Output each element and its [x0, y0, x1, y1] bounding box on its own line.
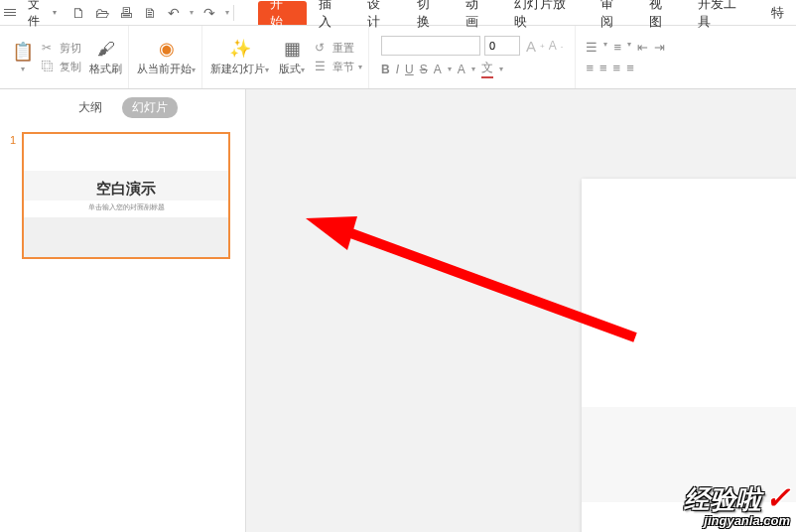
open-file-icon[interactable]: 🗁	[94, 5, 110, 21]
play-group: ◉ 从当前开始▾	[131, 26, 202, 88]
slide[interactable]: 空 单击输	[582, 179, 796, 532]
highlight-button[interactable]: A	[458, 63, 465, 76]
menu-icon[interactable]	[4, 5, 20, 21]
tab-extra[interactable]: 特	[759, 0, 796, 25]
font-combos: A+ A-	[381, 36, 563, 56]
italic-button[interactable]: I	[396, 63, 399, 76]
section-label: 章节	[332, 60, 354, 74]
font-decrease-button[interactable]: A	[549, 39, 557, 53]
redo-more-icon[interactable]: ▾	[225, 8, 229, 17]
watermark-text: 经验啦	[684, 484, 761, 514]
copy-icon: ⿻	[42, 60, 56, 73]
tab-slideshow[interactable]: 幻灯片放映	[502, 0, 589, 25]
clipboard-small: ✂剪切 ⿻复制	[42, 41, 81, 74]
bullet-list-button[interactable]: ☰	[586, 40, 597, 55]
new-slide-button[interactable]: ✨ 新建幻灯片▾	[210, 38, 269, 76]
font-size-input[interactable]	[484, 36, 520, 56]
font-color-button[interactable]: A	[434, 63, 442, 76]
format-painter-button[interactable]: 🖌 格式刷	[89, 38, 122, 76]
font-size-buttons: A+ A-	[526, 36, 563, 56]
clipboard-group: 📋 ▾ ✂剪切 ⿻复制 🖌 格式刷	[6, 26, 129, 88]
indent-decrease-button[interactable]: ⇤	[637, 40, 648, 55]
layout-label: 版式	[279, 63, 301, 74]
panel-tabs: 大纲 幻灯片	[0, 89, 245, 126]
tab-view[interactable]: 视图	[637, 0, 686, 25]
chevron-down-icon: ▾	[53, 8, 57, 17]
watermark-check-icon: ✓	[765, 481, 790, 514]
tab-devtools[interactable]: 开发工具	[686, 0, 759, 25]
thumb-subtitle: 单击输入您的封面副标题	[88, 202, 165, 212]
ribbon-tabs: 开始 插入 设计 切换 动画 幻灯片放映 审阅 视图 开发工具 特	[258, 0, 796, 25]
tab-insert[interactable]: 插入	[307, 0, 355, 25]
align-right-button[interactable]: ≡	[613, 61, 621, 75]
cut-icon: ✂	[42, 41, 56, 55]
font-format-row: B I U S A▾ A▾ 文▾	[381, 60, 563, 78]
font-group: A+ A- B I U S A▾ A▾ 文▾	[371, 26, 573, 88]
slide-opts: ↺重置 ☰章节▾	[315, 41, 362, 74]
paste-more-icon: ▾	[21, 65, 25, 73]
print-icon[interactable]: 🖶	[118, 5, 134, 21]
copy-button[interactable]: ⿻复制	[42, 60, 81, 74]
panel-tab-slides[interactable]: 幻灯片	[122, 97, 178, 118]
tab-start[interactable]: 开始	[258, 1, 307, 25]
align-center-button[interactable]: ≡	[599, 61, 607, 75]
cut-label: 剪切	[60, 41, 81, 56]
layout-icon: ▦	[281, 38, 303, 60]
slide-canvas[interactable]: 空 单击输	[246, 89, 796, 532]
font-increase-button[interactable]: A	[526, 38, 536, 55]
new-slide-icon: ✨	[229, 38, 251, 60]
thumbnail-number: 1	[10, 132, 16, 259]
undo-more-icon[interactable]: ▾	[190, 8, 194, 17]
tab-animation[interactable]: 动画	[454, 0, 502, 25]
panel-tab-outline[interactable]: 大纲	[68, 97, 112, 118]
reset-icon: ↺	[315, 41, 329, 55]
reset-label: 重置	[332, 41, 354, 56]
tab-design[interactable]: 设计	[355, 0, 404, 25]
thumbnail-wrap: 1 空白演示 单击输入您的封面副标题	[0, 126, 245, 265]
thumb-bg2	[24, 217, 228, 257]
ribbon: 📋 ▾ ✂剪切 ⿻复制 🖌 格式刷 ◉ 从当前开始▾ ✨ 新建幻灯片▾ ▦ 版式…	[0, 26, 796, 89]
align-justify-button[interactable]: ≡	[626, 61, 634, 75]
strike-button[interactable]: S	[420, 63, 428, 76]
paste-button[interactable]: 📋 ▾	[12, 41, 34, 73]
new-file-icon[interactable]: 🗋	[70, 5, 86, 21]
quick-access: 🗋 🗁 🖶 🗎 ↶ ▾ ↷ ▾	[70, 5, 229, 21]
section-button[interactable]: ☰章节▾	[315, 60, 362, 74]
watermark: 经验啦✓ jingyanla.com	[684, 480, 790, 528]
underline-button[interactable]: U	[405, 63, 414, 76]
paragraph-group: ☰▾ ≡▾ ⇤ ⇥ ≡ ≡ ≡ ≡	[575, 26, 675, 88]
play-icon: ◉	[156, 38, 178, 60]
undo-icon[interactable]: ↶	[166, 5, 182, 21]
font-name-input[interactable]	[381, 36, 480, 56]
paste-icon: 📋	[12, 41, 34, 63]
brush-icon: 🖌	[95, 38, 117, 60]
new-slide-label: 新建幻灯片	[210, 63, 265, 74]
bold-button[interactable]: B	[381, 63, 390, 76]
section-icon: ☰	[315, 60, 329, 73]
watermark-url: jingyanla.com	[684, 513, 790, 528]
play-label: 从当前开始	[137, 63, 192, 74]
align-left-button[interactable]: ≡	[586, 61, 594, 75]
indent-increase-button[interactable]: ⇥	[654, 40, 665, 55]
list-buttons: ☰▾ ≡▾ ⇤ ⇥ ≡ ≡ ≡ ≡	[582, 36, 669, 79]
copy-label: 复制	[60, 60, 81, 74]
redo-icon[interactable]: ↷	[201, 5, 217, 21]
title-bar: 文件 ▾ 🗋 🗁 🖶 🗎 ↶ ▾ ↷ ▾ 开始 插入 设计 切换 动画 幻灯片放…	[0, 0, 796, 26]
font-box: A+ A- B I U S A▾ A▾ 文▾	[377, 32, 567, 82]
side-panel: 大纲 幻灯片 1 空白演示 单击输入您的封面副标题	[0, 89, 246, 532]
separator	[233, 5, 234, 21]
format-painter-label: 格式刷	[89, 62, 122, 76]
wen-button[interactable]: 文	[481, 60, 493, 78]
print-preview-icon[interactable]: 🗎	[142, 5, 158, 21]
play-from-current-button[interactable]: ◉ 从当前开始▾	[137, 38, 196, 76]
tab-transition[interactable]: 切换	[405, 0, 454, 25]
slide-thumbnail[interactable]: 空白演示 单击输入您的封面副标题	[22, 132, 230, 259]
layout-button[interactable]: ▦ 版式▾	[279, 38, 305, 76]
reset-button[interactable]: ↺重置	[315, 41, 362, 56]
cut-button[interactable]: ✂剪切	[42, 41, 81, 56]
body-area: 大纲 幻灯片 1 空白演示 单击输入您的封面副标题 空 单击输	[0, 89, 796, 532]
slides-group: ✨ 新建幻灯片▾ ▦ 版式▾ ↺重置 ☰章节▾	[204, 26, 369, 88]
thumb-title: 空白演示	[96, 180, 156, 199]
number-list-button[interactable]: ≡	[613, 40, 621, 55]
tab-review[interactable]: 审阅	[589, 0, 637, 25]
